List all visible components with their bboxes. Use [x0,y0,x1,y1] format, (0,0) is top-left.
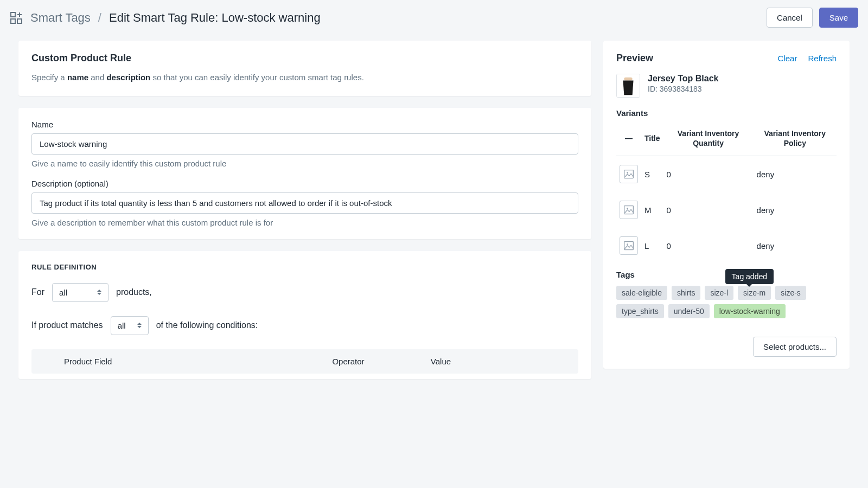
col-product-field: Product Field [31,357,332,366]
th-qty: Variant Inventory Quantity [663,124,754,156]
breadcrumb-separator: / [98,11,101,25]
svg-rect-7 [624,170,634,178]
description-help: Give a description to remember what this… [31,218,578,227]
svg-rect-2 [17,19,22,23]
variant-title: S [641,156,663,192]
variant-policy: deny [754,156,837,192]
product-thumbnail [616,74,640,98]
tag[interactable]: size-m [738,286,771,300]
product-title: Jersey Top Black [648,74,718,84]
variant-title: M [641,192,663,228]
image-placeholder-icon [620,165,638,183]
table-row: L0deny [616,228,837,264]
variant-qty: 0 [663,192,754,228]
image-placeholder-icon [620,201,638,219]
svg-point-8 [627,172,628,174]
breadcrumb: Smart Tags / Edit Smart Tag Rule: Low-st… [10,11,321,25]
tag-list: sale-eligibleshirtssize-lsize-msize-styp… [616,286,837,318]
rule-line2-pre: If product matches [31,320,103,330]
svg-point-10 [627,208,628,210]
tag[interactable]: size-s [775,286,806,300]
tag-added-tooltip: Tag added [725,269,774,284]
name-input[interactable] [31,133,578,155]
breadcrumb-root[interactable]: Smart Tags [30,11,91,25]
variant-policy: deny [754,228,837,264]
form-card: Name Give a name to easily identify this… [18,108,591,239]
variants-heading: Variants [616,108,837,118]
rule-card: RULE DEFINITION For all products, If pro… [18,251,591,379]
rule-line1-pre: For [31,287,44,297]
clear-button[interactable]: Clear [778,54,797,63]
tag[interactable]: low-stock-warning [714,304,786,318]
chevron-updown-icon [97,288,103,296]
save-button[interactable]: Save [819,8,858,28]
for-scope-select[interactable]: all [52,283,108,302]
select-products-button[interactable]: Select products... [753,337,837,357]
breadcrumb-current: Edit Smart Tag Rule: Low-stock warning [109,11,321,25]
image-placeholder-icon [620,236,638,255]
rule-line2-post: of the following conditions: [156,320,258,330]
svg-rect-6 [624,78,632,81]
col-value: Value [431,357,578,366]
tag[interactable]: type_shirts [616,304,664,318]
rule-line1-post: products, [116,287,152,297]
table-row: M0deny [616,192,837,228]
intro-card: Custom Product Rule Specify a name and d… [18,41,591,96]
variant-qty: 0 [663,156,754,192]
svg-rect-0 [11,12,15,17]
description-label: Description (optional) [31,179,578,188]
intro-heading: Custom Product Rule [31,53,578,64]
svg-rect-1 [11,19,15,23]
tag[interactable]: sale-eligible [616,286,667,300]
refresh-button[interactable]: Refresh [808,54,837,63]
variant-title: L [641,228,663,264]
preview-card: Preview Clear Refresh Jersey Top Black [603,41,850,369]
name-label: Name [31,120,578,129]
preview-heading: Preview [616,53,653,64]
conditions-table-header: Product Field Operator Value [31,349,578,374]
match-mode-select[interactable]: all [111,316,149,335]
tag[interactable]: size-l [705,286,733,300]
intro-text: Specify a name and description so that y… [31,72,578,84]
col-operator: Operator [332,357,430,366]
name-help: Give a name to easily identify this cust… [31,159,578,168]
svg-rect-9 [624,206,634,214]
rule-heading: RULE DEFINITION [31,263,578,271]
th-title: Title [641,124,663,156]
table-row: S0deny [616,156,837,192]
svg-point-12 [627,244,628,246]
svg-rect-11 [624,242,634,250]
th-blank: — [616,124,641,156]
variants-table: — Title Variant Inventory Quantity Varia… [616,124,837,264]
product-id: ID: 3693834183 [648,85,718,93]
chevron-updown-icon [137,322,143,329]
tag[interactable]: shirts [672,286,700,300]
variant-qty: 0 [663,228,754,264]
variant-policy: deny [754,192,837,228]
th-policy: Variant Inventory Policy [754,124,837,156]
tag[interactable]: under-50 [668,304,710,318]
cancel-button[interactable]: Cancel [767,8,813,28]
description-input[interactable] [31,192,578,214]
app-grid-icon [10,11,23,24]
